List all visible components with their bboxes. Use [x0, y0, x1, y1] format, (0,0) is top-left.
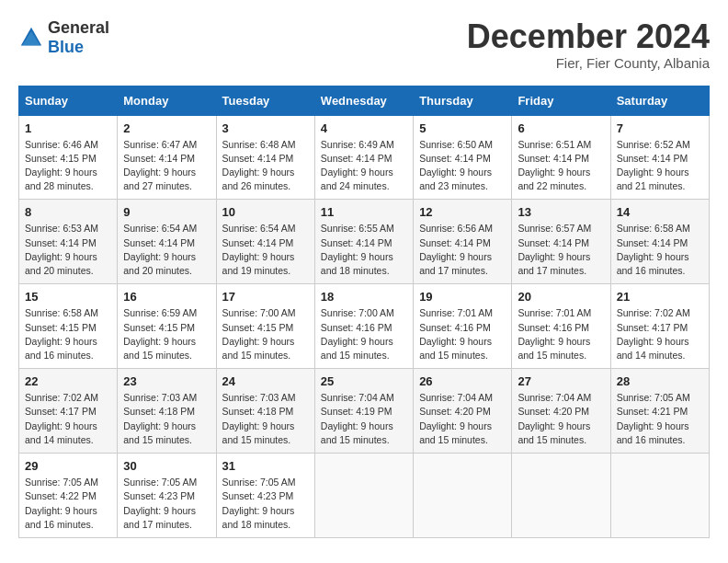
calendar-cell: 1Sunrise: 6:46 AM Sunset: 4:15 PM Daylig…	[19, 115, 118, 200]
calendar-cell: 6Sunrise: 6:51 AM Sunset: 4:14 PM Daylig…	[512, 115, 610, 200]
day-detail: Sunrise: 7:00 AM Sunset: 4:15 PM Dayligh…	[222, 306, 309, 362]
calendar-cell: 10Sunrise: 6:54 AM Sunset: 4:14 PM Dayli…	[216, 200, 314, 284]
day-detail: Sunrise: 6:58 AM Sunset: 4:15 PM Dayligh…	[25, 306, 111, 362]
day-number: 22	[25, 374, 111, 388]
day-detail: Sunrise: 6:50 AM Sunset: 4:14 PM Dayligh…	[419, 138, 506, 194]
calendar-week-2: 8Sunrise: 6:53 AM Sunset: 4:14 PM Daylig…	[19, 200, 710, 284]
calendar-week-3: 15Sunrise: 6:58 AM Sunset: 4:15 PM Dayli…	[19, 284, 710, 369]
day-number: 4	[321, 121, 407, 135]
day-detail: Sunrise: 6:48 AM Sunset: 4:14 PM Dayligh…	[222, 138, 309, 194]
page-header: General Blue December 2024 Fier, Fier Co…	[18, 18, 710, 71]
calendar-cell: 3Sunrise: 6:48 AM Sunset: 4:14 PM Daylig…	[216, 115, 314, 200]
calendar-cell: 22Sunrise: 7:02 AM Sunset: 4:17 PM Dayli…	[19, 369, 118, 454]
day-detail: Sunrise: 6:59 AM Sunset: 4:15 PM Dayligh…	[123, 306, 210, 362]
calendar-cell: 19Sunrise: 7:01 AM Sunset: 4:16 PM Dayli…	[414, 284, 512, 369]
day-detail: Sunrise: 7:04 AM Sunset: 4:20 PM Dayligh…	[419, 391, 506, 447]
calendar-cell: 13Sunrise: 6:57 AM Sunset: 4:14 PM Dayli…	[512, 200, 610, 284]
day-number: 3	[222, 121, 309, 135]
calendar-cell: 21Sunrise: 7:02 AM Sunset: 4:17 PM Dayli…	[610, 284, 709, 369]
calendar-cell: 25Sunrise: 7:04 AM Sunset: 4:19 PM Dayli…	[314, 369, 413, 454]
header-day-thursday: Thursday	[414, 86, 512, 115]
day-detail: Sunrise: 6:51 AM Sunset: 4:14 PM Dayligh…	[518, 138, 604, 194]
day-number: 24	[222, 374, 309, 388]
calendar-cell: 24Sunrise: 7:03 AM Sunset: 4:18 PM Dayli…	[216, 369, 314, 454]
day-detail: Sunrise: 6:53 AM Sunset: 4:14 PM Dayligh…	[25, 222, 111, 278]
calendar-week-5: 29Sunrise: 7:05 AM Sunset: 4:22 PM Dayli…	[19, 454, 710, 538]
day-number: 17	[222, 290, 309, 304]
day-detail: Sunrise: 6:55 AM Sunset: 4:14 PM Dayligh…	[321, 222, 407, 278]
logo: General Blue	[18, 18, 109, 57]
day-detail: Sunrise: 6:47 AM Sunset: 4:14 PM Dayligh…	[123, 138, 210, 194]
calendar-cell: 12Sunrise: 6:56 AM Sunset: 4:14 PM Dayli…	[414, 200, 512, 284]
calendar-cell: 30Sunrise: 7:05 AM Sunset: 4:23 PM Dayli…	[118, 454, 216, 538]
calendar-table: SundayMondayTuesdayWednesdayThursdayFrid…	[18, 86, 710, 538]
day-detail: Sunrise: 6:54 AM Sunset: 4:14 PM Dayligh…	[222, 222, 309, 278]
logo-text: General Blue	[48, 18, 109, 57]
calendar-header: SundayMondayTuesdayWednesdayThursdayFrid…	[19, 86, 710, 115]
day-detail: Sunrise: 6:46 AM Sunset: 4:15 PM Dayligh…	[25, 138, 111, 194]
calendar-cell: 17Sunrise: 7:00 AM Sunset: 4:15 PM Dayli…	[216, 284, 314, 369]
header-day-saturday: Saturday	[610, 86, 709, 115]
day-number: 7	[617, 121, 703, 135]
day-number: 14	[617, 205, 703, 219]
day-number: 5	[419, 121, 506, 135]
day-number: 11	[321, 205, 407, 219]
title-block: December 2024 Fier, Fier County, Albania	[467, 18, 710, 71]
day-number: 31	[222, 459, 309, 473]
calendar-cell: 26Sunrise: 7:04 AM Sunset: 4:20 PM Dayli…	[414, 369, 512, 454]
day-detail: Sunrise: 6:56 AM Sunset: 4:14 PM Dayligh…	[419, 222, 506, 278]
day-detail: Sunrise: 6:57 AM Sunset: 4:14 PM Dayligh…	[518, 222, 604, 278]
svg-marker-1	[22, 31, 40, 45]
calendar-cell: 5Sunrise: 6:50 AM Sunset: 4:14 PM Daylig…	[414, 115, 512, 200]
header-day-friday: Friday	[512, 86, 610, 115]
day-detail: Sunrise: 7:04 AM Sunset: 4:20 PM Dayligh…	[518, 391, 604, 447]
calendar-cell: 8Sunrise: 6:53 AM Sunset: 4:14 PM Daylig…	[19, 200, 118, 284]
day-detail: Sunrise: 6:58 AM Sunset: 4:14 PM Dayligh…	[617, 222, 703, 278]
calendar-cell: 16Sunrise: 6:59 AM Sunset: 4:15 PM Dayli…	[118, 284, 216, 369]
calendar-cell: 11Sunrise: 6:55 AM Sunset: 4:14 PM Dayli…	[314, 200, 413, 284]
calendar-body: 1Sunrise: 6:46 AM Sunset: 4:15 PM Daylig…	[19, 115, 710, 537]
calendar-title: December 2024	[467, 18, 710, 55]
day-number: 12	[419, 205, 506, 219]
day-number: 21	[617, 290, 703, 304]
calendar-cell: 31Sunrise: 7:05 AM Sunset: 4:23 PM Dayli…	[216, 454, 314, 538]
header-day-monday: Monday	[118, 86, 216, 115]
calendar-cell: 29Sunrise: 7:05 AM Sunset: 4:22 PM Dayli…	[19, 454, 118, 538]
calendar-cell: 23Sunrise: 7:03 AM Sunset: 4:18 PM Dayli…	[118, 369, 216, 454]
day-number: 6	[518, 121, 604, 135]
day-number: 19	[419, 290, 506, 304]
calendar-cell	[610, 454, 709, 538]
day-detail: Sunrise: 7:04 AM Sunset: 4:19 PM Dayligh…	[321, 391, 407, 447]
day-number: 16	[123, 290, 210, 304]
day-number: 26	[419, 374, 506, 388]
day-number: 1	[25, 121, 111, 135]
calendar-cell: 4Sunrise: 6:49 AM Sunset: 4:14 PM Daylig…	[314, 115, 413, 200]
day-number: 28	[617, 374, 703, 388]
day-detail: Sunrise: 6:52 AM Sunset: 4:14 PM Dayligh…	[617, 138, 703, 194]
calendar-cell: 28Sunrise: 7:05 AM Sunset: 4:21 PM Dayli…	[610, 369, 709, 454]
calendar-cell: 15Sunrise: 6:58 AM Sunset: 4:15 PM Dayli…	[19, 284, 118, 369]
day-detail: Sunrise: 7:02 AM Sunset: 4:17 PM Dayligh…	[25, 391, 111, 447]
day-detail: Sunrise: 7:05 AM Sunset: 4:22 PM Dayligh…	[25, 476, 111, 532]
day-number: 9	[123, 205, 210, 219]
calendar-week-4: 22Sunrise: 7:02 AM Sunset: 4:17 PM Dayli…	[19, 369, 710, 454]
calendar-cell: 18Sunrise: 7:00 AM Sunset: 4:16 PM Dayli…	[314, 284, 413, 369]
calendar-cell: 27Sunrise: 7:04 AM Sunset: 4:20 PM Dayli…	[512, 369, 610, 454]
day-number: 2	[123, 121, 210, 135]
calendar-cell: 14Sunrise: 6:58 AM Sunset: 4:14 PM Dayli…	[610, 200, 709, 284]
day-detail: Sunrise: 6:49 AM Sunset: 4:14 PM Dayligh…	[321, 138, 407, 194]
header-day-sunday: Sunday	[19, 86, 118, 115]
logo-blue: Blue	[48, 38, 84, 56]
day-number: 23	[123, 374, 210, 388]
logo-general: General	[48, 18, 109, 37]
day-detail: Sunrise: 7:02 AM Sunset: 4:17 PM Dayligh…	[617, 306, 703, 362]
day-number: 8	[25, 205, 111, 219]
day-detail: Sunrise: 7:05 AM Sunset: 4:21 PM Dayligh…	[617, 391, 703, 447]
calendar-cell	[314, 454, 413, 538]
day-number: 15	[25, 290, 111, 304]
day-detail: Sunrise: 7:00 AM Sunset: 4:16 PM Dayligh…	[321, 306, 407, 362]
header-row: SundayMondayTuesdayWednesdayThursdayFrid…	[19, 86, 710, 115]
day-number: 18	[321, 290, 407, 304]
day-number: 25	[321, 374, 407, 388]
calendar-cell	[414, 454, 512, 538]
